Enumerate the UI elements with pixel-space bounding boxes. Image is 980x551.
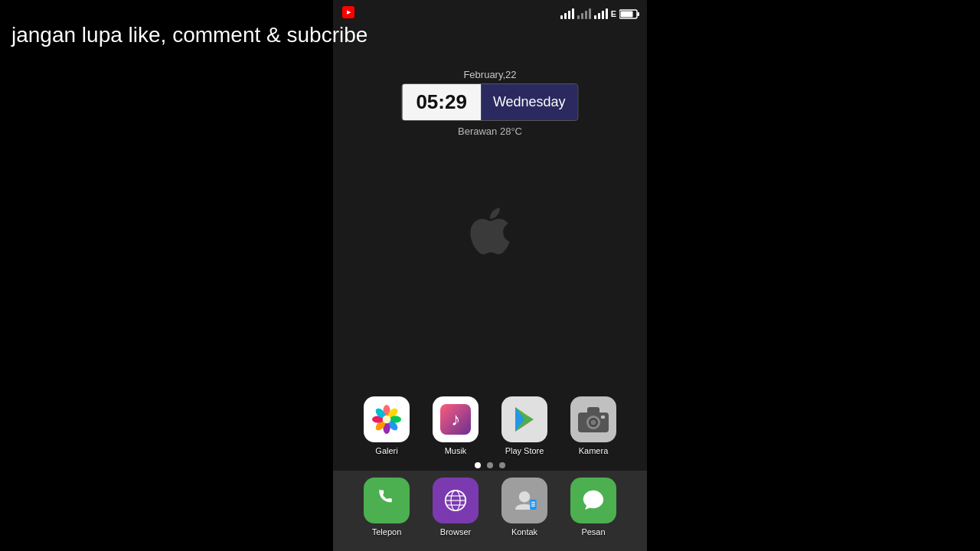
kontak-label: Kontak (511, 527, 537, 536)
browser-icon-bg (433, 478, 479, 523)
dock: Telepon Browser (333, 471, 647, 551)
clock-container: 05:29 Wednesday (401, 83, 578, 121)
signal-bar-9 (594, 15, 596, 19)
signal-bar-4 (572, 8, 574, 19)
signal-bars-1 (560, 8, 574, 19)
date-text: February,22 (401, 69, 578, 80)
left-black-area (0, 0, 333, 551)
kamera-label: Kamera (579, 446, 609, 455)
signal-bar-10 (598, 13, 600, 19)
telepon-icon-bg (364, 478, 410, 523)
svg-rect-19 (587, 407, 599, 414)
signal-bars-3 (594, 8, 608, 19)
clock-day: Wednesday (481, 84, 578, 120)
dock-app-pesan[interactable]: Pesan (563, 478, 624, 536)
right-black-area (647, 0, 980, 551)
weather-text: Berawan 28°C (401, 126, 578, 137)
signal-bars-2 (577, 8, 591, 19)
clock-time: 05:29 (402, 84, 481, 120)
svg-point-29 (519, 491, 530, 502)
network-type-label: E (611, 9, 616, 18)
clock-widget: February,22 05:29 Wednesday Berawan 28°C (401, 69, 578, 137)
dot-1 (475, 462, 481, 468)
app-icon-galeri[interactable]: Galeri (356, 396, 417, 455)
playstore-label: Play Store (505, 446, 544, 455)
signal-bar-2 (564, 13, 567, 19)
galeri-icon-bg (364, 396, 410, 442)
dot-2 (487, 462, 493, 468)
svg-rect-2 (621, 11, 633, 17)
signal-bar-8 (589, 8, 591, 19)
signal-bar-1 (560, 15, 563, 19)
dock-app-kontak[interactable]: Kontak (494, 478, 555, 536)
svg-rect-30 (530, 500, 536, 510)
dock-app-browser[interactable]: Browser (425, 478, 486, 536)
browser-label: Browser (440, 527, 471, 536)
apple-logo (466, 207, 515, 272)
musik-icon-bg: ♪ (433, 396, 479, 442)
dot-3 (499, 462, 505, 468)
playstore-icon-bg (501, 396, 547, 442)
app-grid: Galeri ♪ Musik (333, 396, 647, 455)
kamera-icon-bg (570, 396, 616, 442)
pesan-icon-bg (570, 478, 616, 523)
galeri-label: Galeri (375, 446, 397, 455)
battery-icon (619, 9, 639, 19)
signal-bar-5 (577, 15, 580, 19)
svg-point-22 (591, 420, 596, 425)
kontak-icon-bg (501, 478, 547, 523)
musik-label: Musik (445, 446, 467, 455)
signal-bar-11 (602, 11, 604, 19)
dock-app-telepon[interactable]: Telepon (356, 478, 417, 536)
svg-rect-23 (601, 416, 605, 419)
signal-bar-3 (568, 11, 570, 19)
svg-text:♪: ♪ (451, 409, 460, 429)
svg-point-11 (383, 416, 391, 424)
telepon-label: Telepon (372, 527, 402, 536)
app-icon-musik[interactable]: ♪ Musik (425, 396, 486, 455)
svg-rect-1 (638, 12, 640, 16)
phone-screen: E February,22 05:29 Wednesday Berawan 28… (333, 0, 647, 551)
app-icon-playstore[interactable]: Play Store (494, 396, 555, 455)
status-bar: E (333, 6, 647, 21)
app-icon-kamera[interactable]: Kamera (563, 396, 624, 455)
page-dots (475, 462, 505, 468)
signal-bar-6 (581, 13, 583, 19)
pesan-label: Pesan (581, 527, 605, 536)
signal-bar-12 (606, 8, 608, 19)
overlay-text: jangan lupa like, comment & subcribe (11, 23, 368, 47)
signal-bar-7 (585, 11, 587, 19)
